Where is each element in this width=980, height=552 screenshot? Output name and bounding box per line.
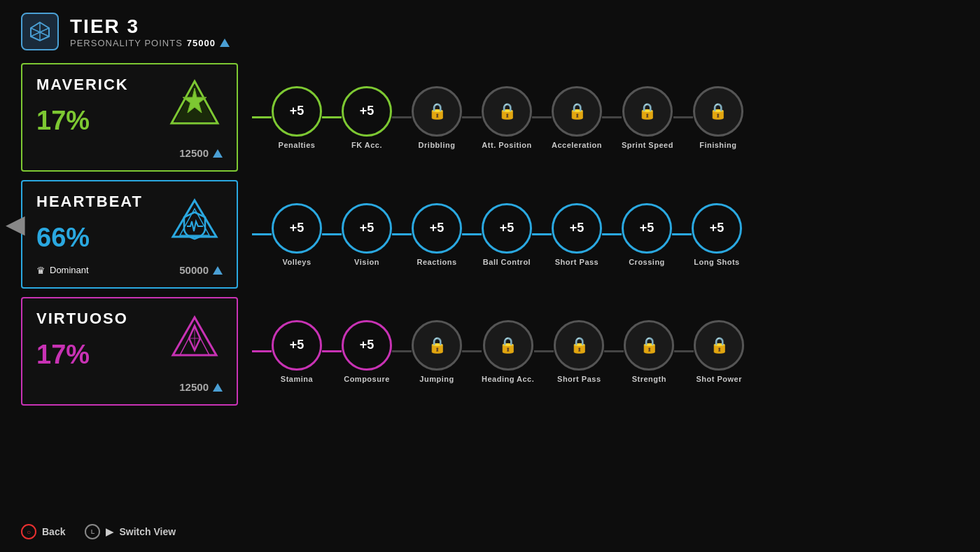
virtuoso-node-shotpower: 🔒 Shot Power — [694, 320, 744, 383]
tier-title: TIER 3 — [70, 15, 230, 38]
back-arrow-icon[interactable]: ◀ — [6, 209, 25, 239]
virtuoso-nodes: +5 Stamina +5 Composure 🔒 Jumping 🔒 Head… — [252, 320, 744, 383]
heartbeat-node-reactions: +5 Reactions — [412, 203, 462, 266]
virtuoso-cost: 12500 — [179, 381, 223, 393]
node-circle-longshots[interactable]: +5 — [692, 203, 742, 254]
virtuoso-row: VIRTUOSO 17% 12500 — [21, 297, 959, 406]
node-circle-finishing[interactable]: 🔒 — [693, 86, 743, 137]
heartbeat-node-shortpass: +5 Short Pass — [552, 203, 602, 266]
tier-icon — [21, 13, 59, 50]
virtuoso-node-headingacc: 🔒 Heading Acc. — [482, 320, 534, 383]
connector — [534, 350, 554, 352]
back-button[interactable]: ○ Back — [21, 524, 65, 539]
node-circle-fkacc[interactable]: +5 — [342, 86, 392, 137]
connector — [674, 350, 694, 352]
maverick-node-dribbling: 🔒 Dribbling — [412, 86, 462, 149]
node-circle-crossing[interactable]: +5 — [622, 203, 672, 254]
connector — [392, 116, 412, 118]
heartbeat-icon — [167, 193, 223, 249]
heartbeat-node-ballcontrol: +5 Ball Control — [482, 203, 532, 266]
heartbeat-node-longshots: +5 Long Shots — [692, 203, 742, 266]
node-circle-shortpass[interactable]: +5 — [552, 203, 602, 254]
heartbeat-node-volleys: +5 Volleys — [272, 203, 322, 266]
node-circle-volleys[interactable]: +5 — [272, 203, 322, 254]
connector — [462, 116, 482, 118]
maverick-icon — [167, 76, 223, 132]
maverick-cost: 12500 — [179, 147, 223, 159]
maverick-node-fkacc: +5 FK Acc. — [342, 86, 392, 149]
cost-triangle-icon — [213, 383, 223, 392]
heartbeat-row: HEARTBEAT 66% ♛ Dominant — [21, 180, 959, 289]
svg-marker-9 — [173, 200, 216, 237]
pp-triangle-icon — [220, 39, 230, 47]
connector — [532, 116, 552, 118]
maverick-node-acceleration: 🔒 Acceleration — [552, 86, 602, 149]
connector — [602, 233, 622, 235]
cost-triangle-icon — [213, 149, 223, 158]
node-circle-attposition[interactable]: 🔒 — [482, 86, 532, 137]
virtuoso-node-stamina: +5 Stamina — [272, 320, 322, 383]
node-circle-sprintspeed[interactable]: 🔒 — [622, 86, 673, 137]
maverick-row: MAVERICK 17% 12500 — [21, 63, 959, 172]
connector — [532, 233, 552, 235]
node-circle-composure[interactable]: +5 — [342, 320, 392, 371]
node-circle-acceleration[interactable]: 🔒 — [552, 86, 602, 137]
node-circle-vision[interactable]: +5 — [342, 203, 392, 254]
switch-view-button[interactable]: L ▶ Switch View — [85, 524, 176, 539]
virtuoso-node-composure: +5 Composure — [342, 320, 392, 383]
maverick-card[interactable]: MAVERICK 17% 12500 — [21, 63, 238, 172]
node-circle-jumping[interactable]: 🔒 — [412, 320, 462, 371]
node-circle-reactions[interactable]: +5 — [412, 203, 462, 254]
node-circle-shotpower[interactable]: 🔒 — [694, 320, 744, 371]
heartbeat-card-bottom: ♛ Dominant 50000 — [36, 264, 223, 276]
footer: ○ Back L ▶ Switch View — [21, 524, 176, 539]
maverick-node-penalties: +5 Penalties — [272, 86, 322, 149]
heartbeat-cost: 50000 — [179, 264, 223, 276]
maverick-node-finishing: 🔒 Finishing — [693, 86, 743, 149]
main-content: ◀ MAVERICK 17% 12500 — [0, 63, 980, 406]
connector — [673, 116, 693, 118]
virtuoso-node-strength: 🔒 Strength — [624, 320, 674, 383]
heartbeat-nodes: +5 Volleys +5 Vision +5 Reactions +5 Bal… — [252, 203, 742, 266]
virtuoso-card-bottom: 12500 — [36, 381, 223, 393]
connector — [462, 350, 482, 352]
virtuoso-skill-tree: +5 Stamina +5 Composure 🔒 Jumping 🔒 Head… — [238, 320, 959, 383]
back-button-icon: ○ — [21, 524, 36, 539]
maverick-node-sprintspeed: 🔒 Sprint Speed — [622, 86, 673, 149]
switch-view-icon: L — [85, 524, 100, 539]
connector — [322, 233, 342, 235]
dominant-badge: ♛ Dominant — [36, 265, 89, 276]
connector — [322, 350, 342, 352]
node-circle-strength[interactable]: 🔒 — [624, 320, 674, 371]
connector — [462, 233, 482, 235]
connector — [602, 116, 622, 118]
maverick-card-bottom: 12500 — [36, 147, 223, 159]
node-circle-penalties[interactable]: +5 — [272, 86, 322, 137]
heartbeat-card[interactable]: HEARTBEAT 66% ♛ Dominant — [21, 180, 238, 289]
virtuoso-card[interactable]: VIRTUOSO 17% 12500 — [21, 297, 238, 406]
node-circle-stamina[interactable]: +5 — [272, 320, 322, 371]
personality-points: PERSONALITY POINTS 75000 — [70, 38, 230, 48]
connector — [604, 350, 624, 352]
node-circle-ballcontrol[interactable]: +5 — [482, 203, 532, 254]
virtuoso-icon — [167, 310, 223, 366]
connector — [322, 116, 342, 118]
connector — [252, 350, 272, 352]
maverick-skill-tree: +5 Penalties +5 FK Acc. 🔒 Dribbling — [238, 86, 959, 149]
heartbeat-skill-tree: +5 Volleys +5 Vision +5 Reactions +5 Bal… — [238, 203, 959, 266]
header-text: TIER 3 PERSONALITY POINTS 75000 — [70, 15, 230, 48]
heartbeat-node-vision: +5 Vision — [342, 203, 392, 266]
node-circle-headingacc[interactable]: 🔒 — [483, 320, 533, 371]
header: TIER 3 PERSONALITY POINTS 75000 — [0, 0, 980, 63]
node-circle-dribbling[interactable]: 🔒 — [412, 86, 462, 137]
heartbeat-node-crossing: +5 Crossing — [622, 203, 672, 266]
connector — [392, 350, 412, 352]
maverick-node-attposition: 🔒 Att. Position — [482, 86, 532, 149]
virtuoso-node-jumping: 🔒 Jumping — [412, 320, 462, 383]
connector — [252, 233, 272, 235]
virtuoso-node-shortpass: 🔒 Short Pass — [554, 320, 604, 383]
cost-triangle-icon — [213, 266, 223, 275]
crown-icon: ♛ — [36, 265, 46, 276]
node-circle-vshortpass[interactable]: 🔒 — [554, 320, 604, 371]
connector — [252, 116, 272, 118]
